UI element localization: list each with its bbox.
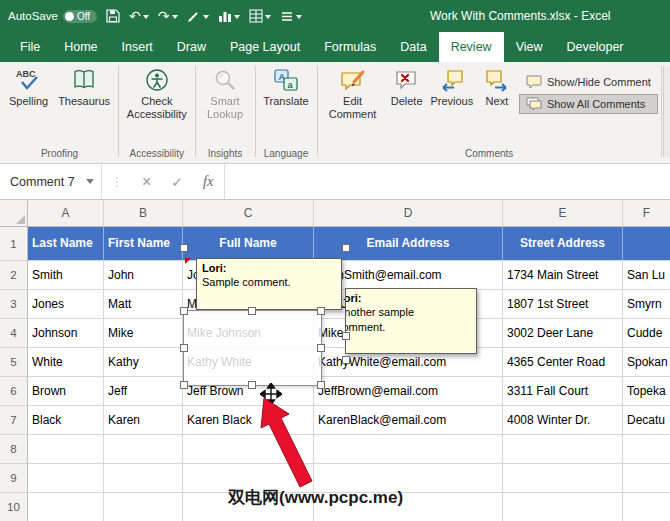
cell-B1[interactable]: First Name bbox=[104, 227, 183, 261]
resize-handle[interactable] bbox=[248, 381, 256, 389]
excel-window: AutoSave Off ↶ ↷ bbox=[0, 0, 670, 521]
cell-B9[interactable] bbox=[104, 464, 183, 493]
row-header-5[interactable]: 5 bbox=[0, 348, 28, 377]
cell-F9[interactable] bbox=[623, 464, 670, 493]
cell-F4[interactable]: Cudde bbox=[623, 319, 670, 348]
cell-A4[interactable]: Johnson bbox=[28, 319, 104, 348]
row-header-3[interactable]: 3 bbox=[0, 290, 28, 319]
comment-anchor-indicator bbox=[185, 258, 191, 264]
comment-handle[interactable] bbox=[342, 356, 350, 364]
cell-A6[interactable]: Brown bbox=[28, 377, 104, 406]
cell-F10[interactable] bbox=[623, 493, 670, 521]
cell-E3[interactable]: 1807 1st Street bbox=[503, 290, 623, 319]
cell-F7[interactable]: Decatu bbox=[623, 406, 670, 435]
row-header-7[interactable]: 7 bbox=[0, 406, 28, 435]
cell-A10[interactable] bbox=[28, 493, 104, 521]
cell-E2[interactable]: 1734 Main Street bbox=[503, 261, 623, 290]
column-header-A[interactable]: A bbox=[28, 200, 104, 227]
column-header-C[interactable]: C bbox=[183, 200, 314, 227]
cell-A5[interactable]: White bbox=[28, 348, 104, 377]
comment-content: Lori: Another sample comment. bbox=[345, 291, 477, 334]
cell-B6[interactable]: Jeff bbox=[104, 377, 183, 406]
column-header-F[interactable]: F bbox=[623, 200, 670, 227]
cell-F1[interactable] bbox=[623, 227, 670, 261]
cell-D2[interactable]: JohnSmith@email.com bbox=[314, 261, 503, 290]
watermark-text: 双电网(www.pcpc.me) bbox=[228, 486, 403, 509]
cell-A2[interactable]: Smith bbox=[28, 261, 104, 290]
cell-C1[interactable]: Full Name bbox=[183, 227, 314, 261]
comment-handle[interactable] bbox=[180, 244, 188, 252]
cell-B8[interactable] bbox=[104, 435, 183, 464]
cell-D6[interactable]: JeffBrown@email.com bbox=[314, 377, 503, 406]
comment-handle[interactable] bbox=[342, 332, 350, 340]
cell-E10[interactable] bbox=[503, 493, 623, 521]
cell-F5[interactable]: Spokan bbox=[623, 348, 670, 377]
resize-handle[interactable] bbox=[317, 381, 325, 389]
resize-handle[interactable] bbox=[317, 307, 325, 315]
select-all-icon bbox=[16, 215, 25, 224]
cell-F3[interactable]: Smyrn bbox=[623, 290, 670, 319]
cell-A7[interactable]: Black bbox=[28, 406, 104, 435]
cell-B5[interactable]: Kathy bbox=[104, 348, 183, 377]
cell-F2[interactable]: San Lu bbox=[623, 261, 670, 290]
comment-bubble-1[interactable]: Lori: Sample comment. bbox=[196, 258, 342, 310]
column-header-E[interactable]: E bbox=[503, 200, 623, 227]
row-header-4[interactable]: 4 bbox=[0, 319, 28, 348]
cell-A1[interactable]: Last Name bbox=[28, 227, 104, 261]
comment-text: comment. bbox=[345, 320, 477, 334]
comment-handle[interactable] bbox=[342, 244, 350, 252]
row-header-1[interactable]: 1 bbox=[0, 227, 28, 261]
row-header-9[interactable]: 9 bbox=[0, 464, 28, 493]
comment-bubble-2[interactable]: Lori: Another sample comment. bbox=[345, 288, 477, 354]
resize-handle[interactable] bbox=[180, 307, 188, 315]
cell-E1[interactable]: Street Address bbox=[503, 227, 623, 261]
resize-handle[interactable] bbox=[180, 344, 188, 352]
move-cursor-icon bbox=[260, 383, 282, 405]
cell-E4[interactable]: 3002 Deer Lane bbox=[503, 319, 623, 348]
cell-D8[interactable] bbox=[314, 435, 503, 464]
column-header-D[interactable]: D bbox=[314, 200, 503, 227]
row-header-6[interactable]: 6 bbox=[0, 377, 28, 406]
cell-B7[interactable]: Karen bbox=[104, 406, 183, 435]
cell-E7[interactable]: 4008 Winter Dr. bbox=[503, 406, 623, 435]
cell-E6[interactable]: 3311 Fall Court bbox=[503, 377, 623, 406]
cell-E9[interactable] bbox=[503, 464, 623, 493]
cell-A3[interactable]: Jones bbox=[28, 290, 104, 319]
resize-handle[interactable] bbox=[317, 344, 325, 352]
cell-B4[interactable]: Mike bbox=[104, 319, 183, 348]
cell-C7[interactable]: Karen Black bbox=[183, 406, 314, 435]
cell-A9[interactable] bbox=[28, 464, 104, 493]
select-all-corner[interactable] bbox=[0, 200, 28, 227]
cell-C8[interactable] bbox=[183, 435, 314, 464]
cell-E8[interactable] bbox=[503, 435, 623, 464]
comment-author: Lori: bbox=[345, 292, 361, 304]
comment-text: Sample comment. bbox=[202, 275, 336, 289]
cell-F6[interactable]: Topeka bbox=[623, 377, 670, 406]
cell-D7[interactable]: KarenBlack@email.com bbox=[314, 406, 503, 435]
comment-author: Lori: bbox=[202, 262, 226, 274]
row-header-10[interactable]: 10 bbox=[0, 493, 28, 521]
cell-A8[interactable] bbox=[28, 435, 104, 464]
resize-handle[interactable] bbox=[180, 381, 188, 389]
cell-E5[interactable]: 4365 Center Road bbox=[503, 348, 623, 377]
row-header-8[interactable]: 8 bbox=[0, 435, 28, 464]
column-header-B[interactable]: B bbox=[104, 200, 183, 227]
row-header-2[interactable]: 2 bbox=[0, 261, 28, 290]
cell-F8[interactable] bbox=[623, 435, 670, 464]
cell-B2[interactable]: John bbox=[104, 261, 183, 290]
selected-comment-shape[interactable] bbox=[183, 310, 322, 386]
cell-B10[interactable] bbox=[104, 493, 183, 521]
cell-B3[interactable]: Matt bbox=[104, 290, 183, 319]
resize-handle[interactable] bbox=[248, 307, 256, 315]
comment-text: Another sample bbox=[345, 305, 477, 319]
